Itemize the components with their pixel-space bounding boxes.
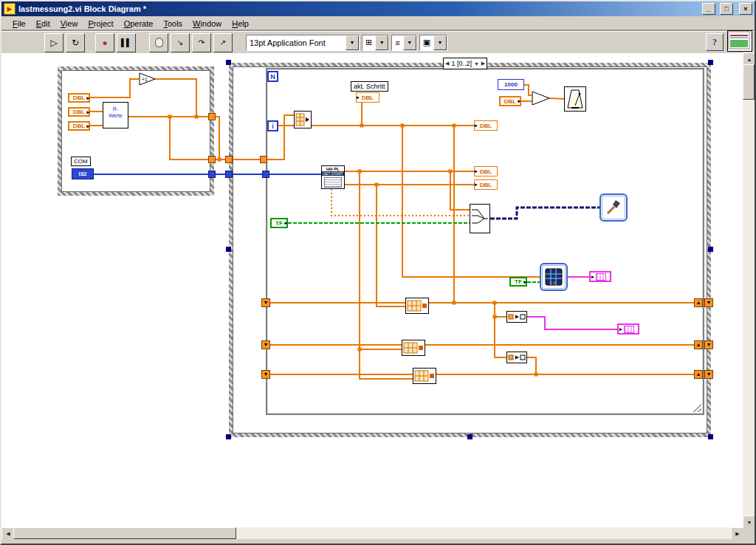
selection-handle[interactable]: [226, 247, 231, 252]
shift-register-left[interactable]: ▼: [261, 340, 270, 349]
string-indicator-terminal[interactable]: ▸: [617, 323, 639, 335]
dbl-control-terminal[interactable]: DBL: [68, 93, 90, 103]
com-label[interactable]: COM: [71, 157, 91, 166]
vertical-scrollbar[interactable]: ▲ ▼: [743, 52, 755, 527]
tunnel[interactable]: [225, 156, 233, 163]
subvi-r-werte[interactable]: R- Werte: [103, 102, 128, 128]
tunnel[interactable]: [208, 171, 216, 178]
reorder-objects-tool[interactable]: ▣▼: [419, 35, 447, 51]
express-vi-chart[interactable]: 1.0: [540, 263, 568, 291]
menu-window[interactable]: Window: [188, 18, 227, 30]
dbl-indicator-terminal[interactable]: DBL: [474, 120, 498, 131]
selection-handle[interactable]: [226, 60, 231, 65]
menu-file[interactable]: File: [7, 18, 31, 30]
menu-help[interactable]: Help: [227, 18, 254, 30]
tunnel-icon: ▼: [707, 300, 712, 305]
vi-icon-pane[interactable]: [727, 30, 752, 52]
menu-project[interactable]: Project: [83, 18, 118, 30]
close-button[interactable]: ×: [739, 3, 752, 15]
index-array-node[interactable]: [294, 111, 312, 128]
tunnel[interactable]: [225, 171, 233, 178]
i-label: i: [272, 123, 274, 130]
step-into-button[interactable]: ↘: [171, 33, 190, 52]
chevron-down-icon[interactable]: ▼: [403, 35, 416, 50]
shift-register-left[interactable]: ▼: [261, 370, 270, 379]
shift-register-right[interactable]: ▲: [694, 370, 703, 379]
horizontal-scroll-thumb[interactable]: [13, 527, 236, 539]
shift-register-right[interactable]: ▲: [694, 340, 703, 349]
replace-array-subset-node[interactable]: [405, 298, 429, 314]
vertical-scroll-thumb[interactable]: [743, 64, 755, 100]
subvi-hh-pl-get-start[interactable]: HH PL GET START: [321, 165, 345, 189]
replace-array-subset-node[interactable]: [402, 340, 425, 356]
dbl-control-terminal[interactable]: DBL: [68, 107, 90, 117]
tunnel[interactable]: [208, 113, 216, 120]
dbl-control-terminal[interactable]: DBL: [68, 121, 90, 131]
boolean-constant-tf[interactable]: TF: [509, 277, 527, 287]
menu-view[interactable]: View: [55, 18, 83, 30]
selection-handle[interactable]: [467, 434, 472, 439]
numeric-constant-1000[interactable]: 1000: [498, 79, 524, 90]
run-continuously-button[interactable]: ↻: [66, 33, 85, 52]
merge-signals-node[interactable]: [470, 204, 490, 233]
align-objects-tool[interactable]: ⊞▼: [362, 35, 389, 51]
chevron-down-icon[interactable]: ▼: [433, 35, 447, 50]
multiply-node[interactable]: [532, 91, 551, 106]
maximize-button[interactable]: □: [720, 3, 733, 15]
distribute-objects-tool[interactable]: ≡▼: [391, 35, 416, 51]
chevron-down-icon[interactable]: ▼: [375, 35, 388, 50]
com-label-text: COM: [74, 158, 88, 165]
sequence-tunnel[interactable]: ▼: [704, 370, 713, 379]
tunnel[interactable]: [208, 156, 216, 163]
window-title: lastmessung2.vi Block Diagram *: [18, 4, 698, 13]
font-selector[interactable]: 13pt Application Font ▼: [246, 35, 360, 51]
sequence-prev-icon[interactable]: ◀: [445, 61, 449, 66]
wait-until-next-ms-node[interactable]: [564, 86, 586, 112]
shift-register-right[interactable]: ▲: [694, 298, 703, 307]
selection-handle[interactable]: [708, 247, 713, 252]
increment-node[interactable]: +1: [139, 72, 157, 86]
selection-handle[interactable]: [708, 60, 713, 65]
distribute-icon: ≡: [392, 38, 402, 47]
step-over-button[interactable]: ↷: [192, 33, 211, 52]
sequence-selector[interactable]: ◀ 1 [0..2] ▼ ▶: [443, 58, 487, 69]
shift-register-left[interactable]: ▼: [261, 298, 270, 307]
sequence-tunnel[interactable]: ▼: [704, 340, 713, 349]
iteration-terminal[interactable]: i: [267, 120, 278, 131]
loop-count-terminal[interactable]: N: [267, 71, 278, 82]
dbl-control-terminal[interactable]: DBL: [499, 96, 521, 106]
string-pattern-icon: [624, 326, 634, 333]
selection-handle[interactable]: [226, 434, 231, 439]
sequence-next-icon[interactable]: ▶: [481, 61, 485, 66]
dbl-indicator-terminal[interactable]: DBL: [474, 166, 498, 176]
pause-button[interactable]: ▌▌: [117, 33, 136, 52]
replace-array-subset-node[interactable]: [413, 368, 436, 384]
express-vi-clear-chart[interactable]: [599, 193, 628, 222]
run-button[interactable]: ▷: [44, 33, 63, 52]
menu-operate[interactable]: Operate: [119, 18, 159, 30]
conversion-node[interactable]: [506, 311, 527, 323]
akt-schritt-label[interactable]: akt. Schritt: [351, 81, 388, 92]
minimize-button[interactable]: _: [702, 3, 715, 15]
tunnel[interactable]: [260, 156, 267, 163]
menu-edit[interactable]: Edit: [31, 18, 55, 30]
string-indicator-terminal[interactable]: ▸: [589, 271, 611, 282]
menu-tools[interactable]: Tools: [158, 18, 188, 30]
conversion-node[interactable]: [506, 352, 527, 363]
highlight-execution-button[interactable]: [149, 33, 168, 52]
chevron-down-icon[interactable]: ▼: [346, 35, 359, 50]
abort-button[interactable]: ●: [95, 33, 114, 52]
sequence-menu-icon[interactable]: ▼: [474, 61, 479, 66]
selection-handle[interactable]: [708, 434, 713, 439]
i32-control-terminal[interactable]: I32: [72, 168, 94, 179]
context-help-button[interactable]: ?: [706, 33, 724, 51]
svg-text:1.0: 1.0: [549, 281, 556, 285]
horizontal-scrollbar[interactable]: ◀ ▶: [1, 527, 743, 539]
dbl-indicator-terminal[interactable]: DBL: [356, 92, 379, 103]
boolean-constant-tf[interactable]: TF: [270, 218, 288, 228]
step-out-button[interactable]: ↗: [213, 33, 233, 52]
tunnel[interactable]: [262, 171, 269, 178]
sequence-tunnel[interactable]: ▼: [704, 298, 713, 307]
title-bar[interactable]: ▶ lastmessung2.vi Block Diagram * _ □ ×: [1, 1, 755, 16]
dbl-indicator-terminal[interactable]: DBL: [474, 179, 498, 190]
